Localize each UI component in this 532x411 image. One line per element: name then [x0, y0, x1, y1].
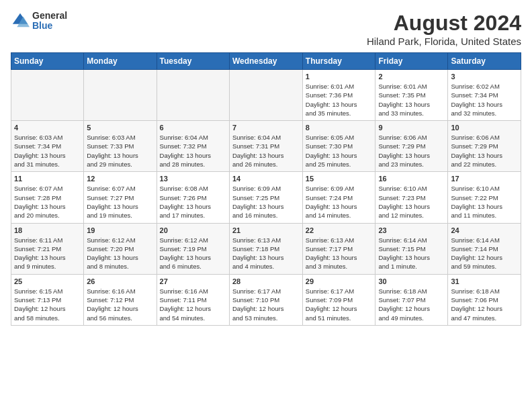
day-number: 19 [87, 226, 153, 234]
day-info: Sunrise: 6:18 AM Sunset: 7:06 PM Dayligh… [451, 287, 518, 322]
logo-general-text: General [32, 11, 67, 21]
day-info: Sunrise: 6:06 AM Sunset: 7:29 PM Dayligh… [451, 133, 518, 169]
day-number: 8 [306, 124, 373, 132]
calendar-cell: 19Sunrise: 6:12 AM Sunset: 7:20 PM Dayli… [84, 223, 157, 274]
week-row-4: 18Sunrise: 6:11 AM Sunset: 7:21 PM Dayli… [11, 223, 521, 274]
day-info: Sunrise: 6:04 AM Sunset: 7:32 PM Dayligh… [160, 133, 226, 169]
day-number: 20 [160, 226, 226, 234]
col-header-sunday: Sunday [11, 53, 84, 70]
calendar-cell: 24Sunrise: 6:14 AM Sunset: 7:14 PM Dayli… [448, 223, 521, 274]
calendar-cell: 22Sunrise: 6:13 AM Sunset: 7:17 PM Dayli… [302, 223, 375, 274]
day-info: Sunrise: 6:10 AM Sunset: 7:23 PM Dayligh… [378, 184, 445, 220]
day-info: Sunrise: 6:07 AM Sunset: 7:28 PM Dayligh… [14, 184, 81, 220]
day-info: Sunrise: 6:09 AM Sunset: 7:25 PM Dayligh… [232, 184, 300, 220]
day-number: 30 [378, 277, 445, 285]
col-header-tuesday: Tuesday [157, 53, 229, 70]
day-number: 21 [232, 226, 300, 234]
logo: General Blue [11, 11, 67, 32]
day-info: Sunrise: 6:09 AM Sunset: 7:24 PM Dayligh… [306, 184, 373, 220]
calendar-cell: 8Sunrise: 6:05 AM Sunset: 7:30 PM Daylig… [302, 121, 375, 172]
col-header-monday: Monday [84, 53, 157, 70]
day-number: 15 [306, 175, 373, 183]
calendar-cell: 27Sunrise: 6:16 AM Sunset: 7:11 PM Dayli… [157, 274, 229, 325]
day-number: 31 [451, 277, 518, 285]
col-header-saturday: Saturday [448, 53, 521, 70]
day-info: Sunrise: 6:14 AM Sunset: 7:14 PM Dayligh… [451, 236, 518, 271]
calendar-cell: 20Sunrise: 6:12 AM Sunset: 7:19 PM Dayli… [157, 223, 229, 274]
calendar-cell: 25Sunrise: 6:15 AM Sunset: 7:13 PM Dayli… [11, 274, 84, 325]
day-info: Sunrise: 6:02 AM Sunset: 7:34 PM Dayligh… [451, 82, 518, 118]
col-header-thursday: Thursday [302, 53, 375, 70]
calendar-cell: 12Sunrise: 6:07 AM Sunset: 7:27 PM Dayli… [84, 172, 157, 223]
calendar-cell: 31Sunrise: 6:18 AM Sunset: 7:06 PM Dayli… [448, 274, 521, 325]
day-number: 12 [87, 175, 153, 183]
calendar-cell: 5Sunrise: 6:03 AM Sunset: 7:33 PM Daylig… [84, 121, 157, 172]
day-number: 25 [14, 277, 81, 285]
day-number: 7 [232, 124, 300, 132]
day-number: 6 [160, 124, 226, 132]
day-number: 4 [14, 124, 81, 132]
calendar-cell: 18Sunrise: 6:11 AM Sunset: 7:21 PM Dayli… [11, 223, 84, 274]
calendar-cell [11, 70, 84, 121]
calendar-cell: 9Sunrise: 6:06 AM Sunset: 7:29 PM Daylig… [375, 121, 448, 172]
day-info: Sunrise: 6:16 AM Sunset: 7:12 PM Dayligh… [87, 287, 153, 322]
day-info: Sunrise: 6:17 AM Sunset: 7:10 PM Dayligh… [232, 287, 300, 322]
calendar-cell [84, 70, 157, 121]
calendar-cell: 16Sunrise: 6:10 AM Sunset: 7:23 PM Dayli… [375, 172, 448, 223]
day-number: 16 [378, 175, 445, 183]
day-number: 26 [87, 277, 153, 285]
day-info: Sunrise: 6:17 AM Sunset: 7:09 PM Dayligh… [306, 287, 373, 322]
logo-text: General Blue [32, 11, 67, 32]
calendar-cell: 15Sunrise: 6:09 AM Sunset: 7:24 PM Dayli… [302, 172, 375, 223]
day-number: 17 [451, 175, 518, 183]
day-number: 5 [87, 124, 153, 132]
day-number: 23 [378, 226, 445, 234]
logo-icon [11, 11, 30, 30]
day-info: Sunrise: 6:14 AM Sunset: 7:15 PM Dayligh… [378, 236, 445, 271]
day-info: Sunrise: 6:03 AM Sunset: 7:33 PM Dayligh… [87, 133, 153, 169]
day-number: 1 [306, 73, 373, 81]
calendar-cell: 4Sunrise: 6:03 AM Sunset: 7:34 PM Daylig… [11, 121, 84, 172]
calendar-cell [157, 70, 229, 121]
day-number: 11 [14, 175, 81, 183]
day-number: 18 [14, 226, 81, 234]
calendar-title: August 2024 [367, 11, 521, 36]
week-row-3: 11Sunrise: 6:07 AM Sunset: 7:28 PM Dayli… [11, 172, 521, 223]
logo-blue-text: Blue [32, 21, 67, 31]
day-info: Sunrise: 6:18 AM Sunset: 7:07 PM Dayligh… [378, 287, 445, 322]
day-info: Sunrise: 6:04 AM Sunset: 7:31 PM Dayligh… [232, 133, 300, 169]
col-header-friday: Friday [375, 53, 448, 70]
calendar-cell: 14Sunrise: 6:09 AM Sunset: 7:25 PM Dayli… [229, 172, 302, 223]
day-info: Sunrise: 6:11 AM Sunset: 7:21 PM Dayligh… [14, 236, 81, 271]
day-info: Sunrise: 6:10 AM Sunset: 7:22 PM Dayligh… [451, 184, 518, 220]
calendar-cell: 23Sunrise: 6:14 AM Sunset: 7:15 PM Dayli… [375, 223, 448, 274]
day-number: 14 [232, 175, 300, 183]
day-info: Sunrise: 6:08 AM Sunset: 7:26 PM Dayligh… [160, 184, 226, 220]
calendar-cell: 13Sunrise: 6:08 AM Sunset: 7:26 PM Dayli… [157, 172, 229, 223]
day-number: 9 [378, 124, 445, 132]
calendar-cell: 17Sunrise: 6:10 AM Sunset: 7:22 PM Dayli… [448, 172, 521, 223]
calendar-cell: 2Sunrise: 6:01 AM Sunset: 7:35 PM Daylig… [375, 70, 448, 121]
calendar-cell: 21Sunrise: 6:13 AM Sunset: 7:18 PM Dayli… [229, 223, 302, 274]
day-info: Sunrise: 6:07 AM Sunset: 7:27 PM Dayligh… [87, 184, 153, 220]
day-number: 24 [451, 226, 518, 234]
day-info: Sunrise: 6:05 AM Sunset: 7:30 PM Dayligh… [306, 133, 373, 169]
calendar-cell: 11Sunrise: 6:07 AM Sunset: 7:28 PM Dayli… [11, 172, 84, 223]
day-info: Sunrise: 6:03 AM Sunset: 7:34 PM Dayligh… [14, 133, 81, 169]
calendar-header-row: SundayMondayTuesdayWednesdayThursdayFrid… [11, 53, 521, 70]
day-number: 22 [306, 226, 373, 234]
day-info: Sunrise: 6:01 AM Sunset: 7:35 PM Dayligh… [378, 82, 445, 118]
calendar-subtitle: Hiland Park, Florida, United States [367, 36, 521, 47]
calendar-cell: 26Sunrise: 6:16 AM Sunset: 7:12 PM Dayli… [84, 274, 157, 325]
page-header: General Blue August 2024 Hiland Park, Fl… [11, 11, 521, 47]
calendar-cell: 29Sunrise: 6:17 AM Sunset: 7:09 PM Dayli… [302, 274, 375, 325]
day-info: Sunrise: 6:12 AM Sunset: 7:19 PM Dayligh… [160, 236, 226, 271]
day-info: Sunrise: 6:06 AM Sunset: 7:29 PM Dayligh… [378, 133, 445, 169]
calendar-cell: 30Sunrise: 6:18 AM Sunset: 7:07 PM Dayli… [375, 274, 448, 325]
calendar-table: SundayMondayTuesdayWednesdayThursdayFrid… [11, 52, 521, 326]
week-row-5: 25Sunrise: 6:15 AM Sunset: 7:13 PM Dayli… [11, 274, 521, 325]
day-number: 2 [378, 73, 445, 81]
day-info: Sunrise: 6:13 AM Sunset: 7:18 PM Dayligh… [232, 236, 300, 271]
day-number: 27 [160, 277, 226, 285]
col-header-wednesday: Wednesday [229, 53, 302, 70]
